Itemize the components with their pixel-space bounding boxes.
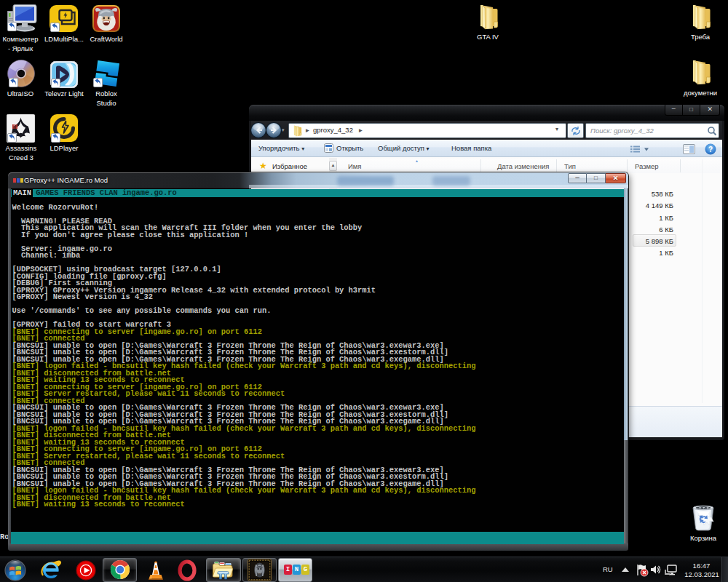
svg-text:?: ? — [708, 146, 713, 154]
